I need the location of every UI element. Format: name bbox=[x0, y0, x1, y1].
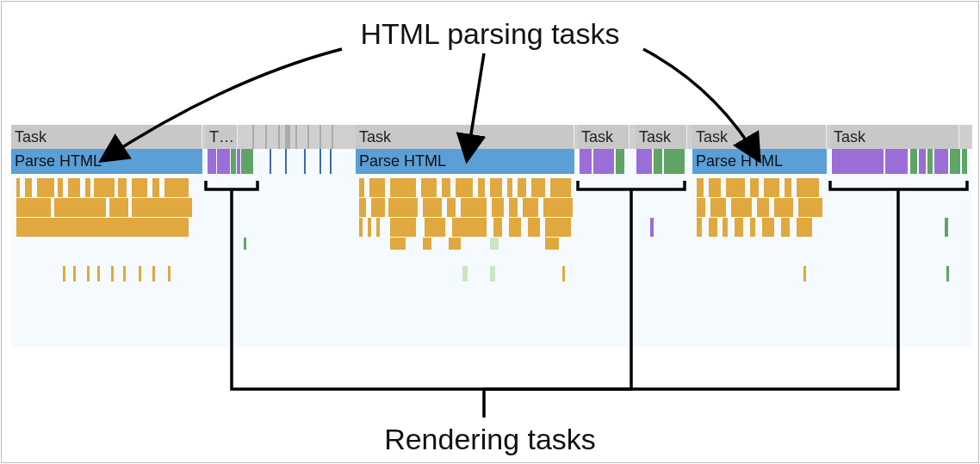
parse-row: Parse HTML Parse HTML Parse HTML bbox=[11, 149, 972, 174]
render-slice bbox=[934, 149, 948, 174]
render-slice bbox=[270, 149, 271, 174]
render-slice bbox=[654, 149, 662, 174]
render-slice bbox=[962, 149, 967, 174]
render-slice bbox=[950, 149, 960, 174]
render-slice bbox=[580, 149, 592, 174]
render-slice bbox=[208, 149, 216, 174]
flame-row bbox=[11, 218, 972, 237]
flame-row bbox=[11, 238, 972, 250]
task-block: Task bbox=[578, 125, 630, 149]
render-slice bbox=[231, 149, 236, 174]
flame-row bbox=[11, 178, 972, 197]
annotation-top-label: HTML parsing tasks bbox=[360, 17, 619, 51]
render-slice bbox=[237, 149, 240, 174]
render-slice bbox=[885, 149, 908, 174]
render-slice bbox=[636, 149, 652, 174]
task-row: Task T… Task Task Task Task Task bbox=[11, 125, 972, 149]
render-slice bbox=[616, 149, 624, 174]
render-slice bbox=[319, 149, 321, 174]
parse-html-block: Parse HTML bbox=[692, 149, 827, 174]
render-slice bbox=[593, 149, 614, 174]
annotation-bottom-label: Rendering tasks bbox=[384, 423, 596, 456]
task-block: Task bbox=[356, 125, 574, 149]
render-slice bbox=[919, 149, 926, 174]
task-block: Task bbox=[636, 125, 687, 149]
render-slice bbox=[664, 149, 685, 174]
flame-row bbox=[11, 266, 972, 281]
render-slice bbox=[304, 149, 306, 174]
parse-html-block: Parse HTML bbox=[356, 149, 574, 174]
flame-row bbox=[11, 198, 972, 217]
parse-html-block: Parse HTML bbox=[11, 149, 202, 174]
render-slice bbox=[285, 149, 287, 174]
render-slice bbox=[832, 149, 884, 174]
diagram-frame: HTML parsing tasks Task T… Task Task Tas… bbox=[1, 1, 979, 463]
task-block: Task bbox=[830, 125, 959, 149]
task-block: Task bbox=[11, 125, 202, 149]
render-slice bbox=[910, 149, 917, 174]
render-slice bbox=[217, 149, 230, 174]
render-slice bbox=[927, 149, 933, 174]
profiler-panel: Task T… Task Task Task Task Task Parse H… bbox=[11, 125, 972, 347]
task-block: T… bbox=[206, 125, 238, 149]
task-block: Task bbox=[692, 125, 827, 149]
render-slice bbox=[241, 149, 253, 174]
render-slice bbox=[330, 149, 332, 174]
